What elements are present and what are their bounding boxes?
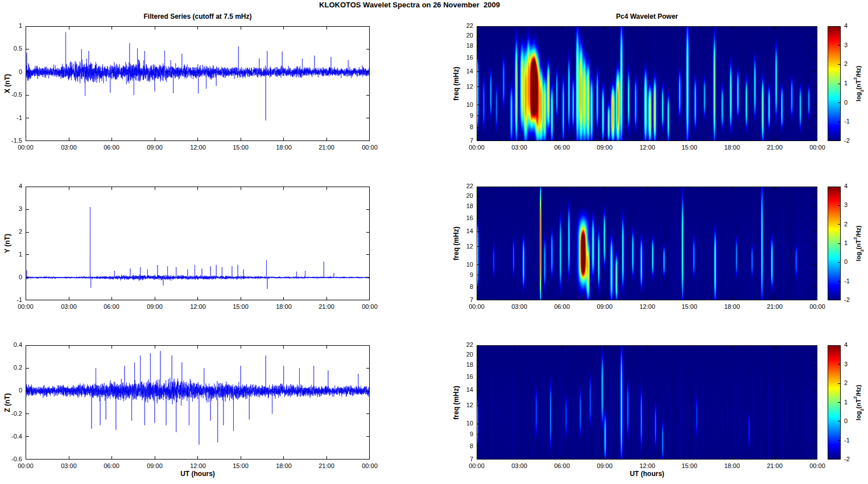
- y-tick-label: 1: [0, 251, 22, 258]
- x-tick-label: 12:00: [630, 144, 664, 151]
- x-tick-label: 03:00: [502, 144, 536, 151]
- freq-tick-label: 9: [439, 112, 473, 119]
- x-tick-label: 00:00: [9, 303, 43, 311]
- colorbar-tick-label: 4: [844, 341, 861, 349]
- x-tick-label: 00:00: [9, 462, 43, 470]
- z-series-plot: [26, 345, 370, 460]
- z-axis-component-label: Z (nT): [3, 369, 13, 437]
- x-tick-label: 18:00: [715, 144, 749, 151]
- y-series-plot: [26, 187, 370, 300]
- y-tick-label: -0.5: [0, 91, 22, 98]
- x-tick-label: 21:00: [758, 144, 792, 151]
- freq-tick-label: 12: [439, 402, 473, 409]
- colorbar-tick-label: 0: [844, 258, 861, 266]
- freq-tick-label: 16: [439, 214, 473, 222]
- colorbar-tick-label: 3: [844, 201, 861, 209]
- freq-tick-label: 18: [439, 42, 473, 49]
- y-tick-label: 0: [0, 68, 22, 76]
- x-tick-label: 03:00: [502, 303, 536, 311]
- x-tick-label: 15:00: [224, 462, 258, 470]
- freq-tick-label: 10: [439, 261, 473, 268]
- x-tick-label: 06:00: [545, 144, 579, 151]
- freq-tick-label: 22: [439, 183, 473, 190]
- x-tick-label: 12:00: [630, 303, 664, 311]
- freq-tick-label: 9: [439, 271, 473, 279]
- colorbar-tick-label: 4: [844, 22, 861, 30]
- x-tick-label: 06:00: [94, 303, 129, 311]
- freq-tick-label: 16: [439, 373, 473, 380]
- x-tick-label: 00:00: [460, 303, 494, 311]
- freq-tick-label: 9: [439, 431, 473, 438]
- freq-tick-label: 16: [439, 54, 473, 61]
- y-tick-label: 0.2: [0, 364, 22, 371]
- colorbar-tick-label: -1: [844, 278, 861, 285]
- z-wavelet-spectrogram: [477, 345, 817, 460]
- colorbar-x: [828, 26, 841, 141]
- x-tick-label: 18:00: [715, 462, 749, 470]
- x-tick-label: 03:00: [52, 462, 86, 470]
- colorbar-tick-label: 4: [844, 183, 861, 190]
- colorbar-tick-label: 1: [844, 80, 861, 87]
- x-tick-label: 00:00: [800, 144, 834, 151]
- colorbar-tick-label: 2: [844, 221, 861, 228]
- x-tick-label: 00:00: [460, 462, 494, 470]
- x-axis-component-label: X (nT): [3, 49, 13, 118]
- x-tick-label: 18:00: [267, 144, 301, 151]
- time-axis-label: UT (hours): [141, 470, 255, 479]
- x-tick-label: 21:00: [309, 303, 344, 311]
- freq-tick-label: 20: [439, 351, 473, 358]
- colorbar-tick-label: -2: [844, 456, 861, 463]
- colorbar-tick-label: 1: [844, 239, 861, 247]
- freq-tick-label: 14: [439, 386, 473, 394]
- freq-tick-label: 10: [439, 420, 473, 427]
- y-tick-label: -0.2: [0, 410, 22, 417]
- x-tick-label: 21:00: [309, 462, 344, 470]
- x-tick-label: 12:00: [181, 144, 215, 151]
- x-tick-label: 00:00: [800, 462, 834, 470]
- colorbar-y: [828, 187, 841, 300]
- freq-tick-label: 8: [439, 283, 473, 291]
- x-tick-label: 00:00: [353, 462, 387, 470]
- x-tick-label: 06:00: [545, 462, 579, 470]
- freq-tick-label: 22: [439, 22, 473, 30]
- x-tick-label: 21:00: [758, 462, 792, 470]
- y-tick-label: 1: [0, 22, 22, 30]
- freq-tick-label: 20: [439, 192, 473, 200]
- y-tick-label: -0.4: [0, 433, 22, 440]
- freq-tick-label: 12: [439, 83, 473, 90]
- x-tick-label: 00:00: [353, 144, 387, 151]
- freq-tick-label: 12: [439, 243, 473, 250]
- x-tick-label: 15:00: [224, 303, 258, 311]
- x-tick-label: 12:00: [630, 462, 664, 470]
- x-tick-label: 18:00: [267, 462, 301, 470]
- colorbar-label-subscript: 2: [859, 249, 865, 251]
- colorbar-tick-label: 2: [844, 60, 861, 68]
- x-tick-label: 21:00: [309, 144, 344, 151]
- wavelet-spectra-figure: KLOKOTOS Wavelet Spectra on 26 November …: [0, 0, 868, 484]
- freq-tick-label: 18: [439, 361, 473, 369]
- y-tick-label: 0: [0, 274, 22, 281]
- freq-tick-label: 8: [439, 442, 473, 450]
- x-tick-label: 21:00: [758, 303, 792, 311]
- colorbar-tick-label: 2: [844, 379, 861, 387]
- colorbar-tick-label: -2: [844, 137, 861, 144]
- x-tick-label: 06:00: [94, 144, 129, 151]
- y-tick-label: -1: [0, 114, 22, 122]
- x-tick-label: 00:00: [9, 144, 43, 151]
- colorbar-label-subscript: 2: [859, 408, 865, 411]
- x-tick-label: 15:00: [672, 462, 706, 470]
- x-tick-label: 00:00: [353, 303, 387, 311]
- x-wavelet-spectrogram: [477, 26, 817, 141]
- spectrogram-column-title: Pc4 Wavelet Power: [505, 13, 790, 22]
- x-tick-label: 09:00: [588, 303, 622, 311]
- timeseries-column-title: Filtered Series (cutoff at 7.5 mHz): [56, 13, 340, 22]
- x-tick-label: 00:00: [460, 144, 494, 151]
- x-series-plot: [26, 26, 370, 141]
- colorbar-tick-label: -2: [844, 296, 861, 304]
- x-tick-label: 06:00: [545, 303, 579, 311]
- time-axis-label: UT (hours): [590, 470, 704, 479]
- x-tick-label: 03:00: [502, 462, 536, 470]
- colorbar-tick-label: -1: [844, 118, 861, 125]
- freq-tick-label: 14: [439, 68, 473, 75]
- freq-tick-label: 20: [439, 32, 473, 39]
